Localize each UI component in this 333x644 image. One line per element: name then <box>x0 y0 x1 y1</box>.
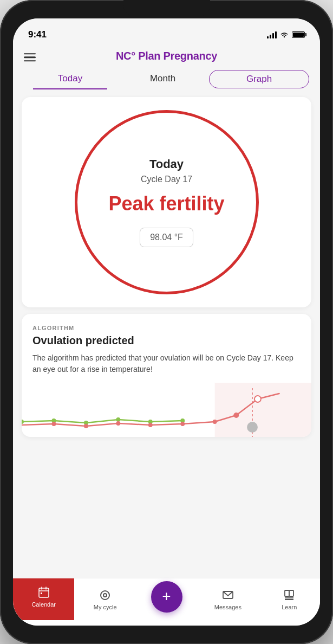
svg-rect-17 <box>39 588 49 597</box>
messages-label: Messages <box>214 604 241 610</box>
svg-point-13 <box>213 420 217 424</box>
signal-icon <box>267 31 277 38</box>
calendar-icon <box>37 586 50 599</box>
algorithm-chart <box>22 383 311 437</box>
phone-notch <box>123 0 210 16</box>
tab-month[interactable]: Month <box>116 69 209 89</box>
learn-icon <box>283 589 296 602</box>
today-card: Today Cycle Day 17 Peak fertility 98.04 … <box>22 97 311 307</box>
nav-item-learn[interactable]: Learn <box>259 589 320 610</box>
svg-point-16 <box>247 422 258 433</box>
learn-label: Learn <box>282 604 297 610</box>
nav-tabs: Today Month Graph <box>13 69 320 89</box>
status-bar: 9:41 <box>13 18 320 46</box>
algorithm-description: The algorithm has predicted that your ov… <box>32 352 301 375</box>
tab-today[interactable]: Today <box>24 69 116 89</box>
status-time: 9:41 <box>28 29 47 40</box>
scroll-content[interactable]: Today Cycle Day 17 Peak fertility 98.04 … <box>13 92 320 578</box>
nav-item-my-cycle[interactable]: My cycle <box>74 589 135 610</box>
temperature-badge: 98.04 °F <box>140 228 193 247</box>
svg-rect-25 <box>285 590 289 596</box>
svg-point-22 <box>101 591 109 600</box>
svg-point-14 <box>233 413 239 418</box>
battery-icon <box>292 31 305 38</box>
svg-rect-21 <box>41 593 42 594</box>
svg-point-11 <box>148 423 153 427</box>
svg-point-9 <box>84 424 88 428</box>
calendar-label: Calendar <box>31 601 56 608</box>
circle-content: Today Cycle Day 17 Peak fertility 98.04 … <box>108 157 224 247</box>
temperature-value: 98.04 °F <box>150 233 183 242</box>
wifi-icon <box>280 31 289 38</box>
my-cycle-icon <box>99 589 112 602</box>
algorithm-title: Ovulation predicted <box>32 334 301 347</box>
my-cycle-label: My cycle <box>94 604 117 610</box>
app-header: NC° Plan Pregnancy <box>13 46 320 69</box>
app-content: NC° Plan Pregnancy Today Month Graph Tod… <box>13 46 320 626</box>
svg-point-15 <box>254 396 261 402</box>
svg-point-2 <box>22 420 24 424</box>
today-label: Today <box>149 157 184 171</box>
hamburger-menu[interactable] <box>24 53 36 62</box>
tab-graph[interactable]: Graph <box>209 70 309 88</box>
svg-point-12 <box>180 422 185 426</box>
fertility-status: Peak fertility <box>108 193 224 215</box>
messages-icon <box>221 589 234 602</box>
svg-rect-26 <box>289 590 293 596</box>
fertility-circle: Today Cycle Day 17 Peak fertility 98.04 … <box>75 110 259 294</box>
phone-frame: 9:41 <box>0 0 333 644</box>
nav-item-messages[interactable]: Messages <box>197 589 258 610</box>
bottom-nav: Calendar My cycle <box>13 578 320 626</box>
algorithm-card: ALGORITHM Ovulation predicted The algori… <box>22 314 311 437</box>
cycle-day: Cycle Day 17 <box>141 175 192 184</box>
status-icons <box>267 31 305 38</box>
app-title: NC° Plan Pregnancy <box>116 50 217 62</box>
svg-rect-0 <box>215 383 311 437</box>
svg-point-23 <box>103 594 107 597</box>
chart-svg <box>22 383 311 437</box>
svg-point-8 <box>51 422 56 426</box>
nav-item-calendar[interactable]: Calendar <box>13 578 74 620</box>
fab-add-button[interactable]: + <box>151 581 182 613</box>
svg-point-10 <box>116 421 120 426</box>
svg-point-5 <box>116 417 120 422</box>
fab-plus-icon: + <box>162 589 171 604</box>
phone-screen: 9:41 <box>13 18 320 626</box>
algorithm-section-label: ALGORITHM <box>32 325 301 331</box>
